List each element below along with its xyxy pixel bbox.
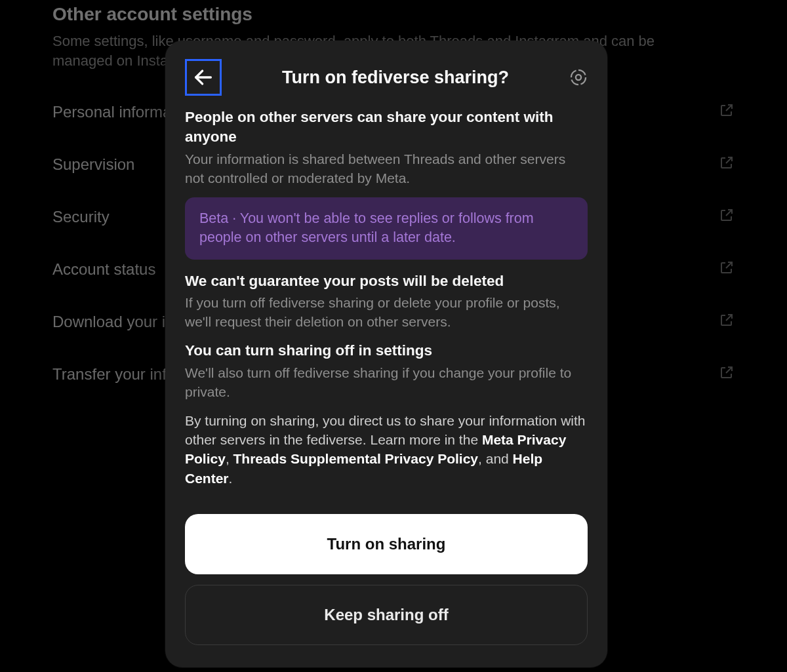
settings-section-title: Other account settings — [52, 4, 735, 25]
modal-section-3: You can turn sharing off in settings We'… — [185, 341, 588, 401]
modal-section-1: People on other servers can share your c… — [185, 108, 588, 188]
settings-row-label: Supervision — [52, 155, 134, 174]
svg-point-0 — [576, 75, 581, 80]
fediverse-icon — [569, 68, 588, 87]
external-link-icon — [719, 260, 735, 279]
threads-supplemental-privacy-policy-link[interactable]: Threads Supplemental Privacy Policy — [233, 451, 478, 466]
back-button[interactable] — [185, 59, 222, 96]
legal-paragraph: By turning on sharing, you direct us to … — [185, 411, 588, 488]
settings-row-label: Security — [52, 208, 110, 226]
section-2-heading: We can't guarantee your posts will be de… — [185, 271, 588, 291]
modal-title: Turn on fediverse sharing? — [222, 68, 569, 88]
section-3-body: We'll also turn off fediverse sharing if… — [185, 364, 588, 402]
section-1-heading: People on other servers can share your c… — [185, 108, 588, 148]
legal-text: , — [226, 451, 233, 466]
external-link-icon — [719, 312, 735, 332]
legal-text: , and — [478, 451, 513, 466]
external-link-icon — [719, 102, 735, 122]
settings-row-label: Account status — [52, 260, 155, 279]
fediverse-sharing-modal: Turn on fediverse sharing? People on oth… — [165, 41, 607, 667]
external-link-icon — [719, 155, 735, 174]
beta-notice-text: Beta · You won't be able to see replies … — [199, 209, 573, 248]
modal-button-row: Turn on sharing Keep sharing off — [185, 514, 588, 645]
external-link-icon — [719, 365, 735, 384]
modal-section-2: We can't guarantee your posts will be de… — [185, 271, 588, 332]
section-3-heading: You can turn sharing off in settings — [185, 341, 588, 361]
turn-on-sharing-button[interactable]: Turn on sharing — [185, 514, 588, 574]
section-1-body: Your information is shared between Threa… — [185, 150, 588, 188]
modal-header: Turn on fediverse sharing? — [185, 59, 588, 96]
section-2-body: If you turn off fediverse sharing or del… — [185, 294, 588, 332]
beta-notice: Beta · You won't be able to see replies … — [185, 197, 588, 260]
legal-text: . — [229, 471, 233, 486]
keep-sharing-off-button[interactable]: Keep sharing off — [185, 585, 588, 645]
external-link-icon — [719, 207, 735, 227]
